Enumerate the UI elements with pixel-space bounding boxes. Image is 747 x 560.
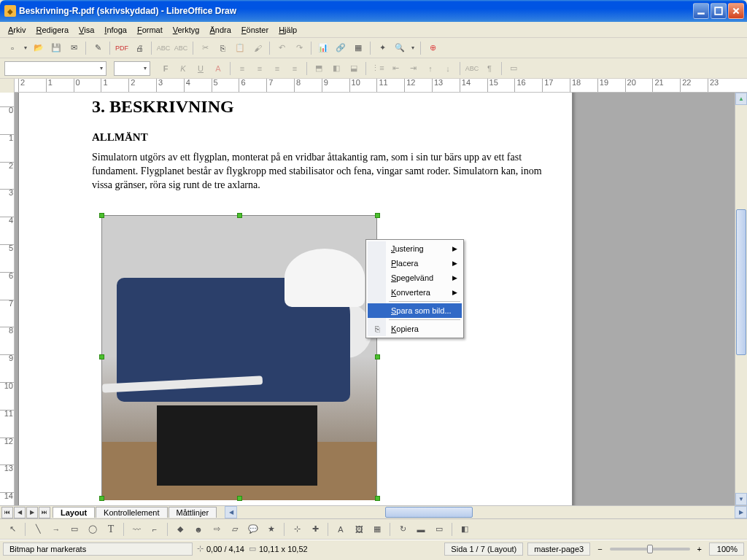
valign-middle-button[interactable]: ◧ bbox=[328, 61, 344, 77]
flowchart-tool[interactable]: ▱ bbox=[227, 521, 243, 537]
shapes-tool[interactable]: ◆ bbox=[172, 521, 188, 537]
promote-button[interactable]: ⇤ bbox=[387, 61, 403, 77]
scroll-left-button[interactable]: ◀ bbox=[225, 506, 237, 518]
font-color-button[interactable]: A bbox=[210, 61, 226, 77]
rect-tool[interactable]: ▭ bbox=[66, 521, 82, 537]
zoom-dropdown[interactable]: ▾ bbox=[409, 40, 417, 56]
vscroll-thumb[interactable] bbox=[736, 209, 746, 355]
gluepoints-tool[interactable]: ✚ bbox=[307, 521, 323, 537]
pointer-tool[interactable]: ↖ bbox=[4, 521, 20, 537]
last-page-button[interactable]: ⏭ bbox=[39, 507, 50, 518]
points-tool[interactable]: ⊹ bbox=[289, 521, 305, 537]
zoom-button[interactable]: 🔍 bbox=[392, 40, 408, 56]
handle-s[interactable] bbox=[237, 496, 242, 501]
handle-se[interactable] bbox=[375, 496, 380, 501]
italic-button[interactable]: K bbox=[175, 61, 191, 77]
arrows-tool[interactable]: ⇨ bbox=[209, 521, 225, 537]
handle-ne[interactable] bbox=[375, 213, 380, 218]
gallery-tool[interactable]: ▦ bbox=[369, 521, 385, 537]
cut-button[interactable]: ✂ bbox=[197, 40, 213, 56]
hscroll-thumb[interactable] bbox=[385, 507, 473, 518]
handle-e[interactable] bbox=[375, 354, 380, 359]
next-page-button[interactable]: ▶ bbox=[26, 507, 38, 518]
stack-button[interactable]: ▭ bbox=[506, 61, 522, 77]
scroll-up-button[interactable]: ▲ bbox=[735, 93, 747, 105]
ctx-justering[interactable]: Justering▶ bbox=[368, 241, 462, 256]
menu-ändra[interactable]: Ändra bbox=[204, 24, 236, 36]
open-button[interactable]: 📂 bbox=[31, 40, 47, 56]
tab-layout[interactable]: Layout bbox=[53, 507, 95, 518]
copy-button[interactable]: ⎘ bbox=[214, 40, 231, 56]
handle-n[interactable] bbox=[237, 213, 242, 218]
chart-button[interactable]: 📊 bbox=[315, 40, 331, 56]
ctx-spegelv-nd[interactable]: Spegelvänd▶ bbox=[368, 271, 462, 285]
minimize-button[interactable] bbox=[693, 3, 709, 19]
arrow-tool[interactable]: → bbox=[48, 521, 64, 537]
zoom-slider[interactable] bbox=[610, 548, 690, 551]
line-tool[interactable]: ╲ bbox=[30, 521, 46, 537]
ctx-spara-som-bild-[interactable]: Spara som bild... bbox=[368, 303, 462, 318]
ctx-konvertera[interactable]: Konvertera▶ bbox=[368, 285, 462, 300]
export-pdf-button[interactable]: PDF bbox=[114, 40, 130, 56]
arrange-tool[interactable]: ▭ bbox=[431, 521, 447, 537]
menu-format[interactable]: Format bbox=[132, 24, 168, 36]
paste-button[interactable]: 📋 bbox=[232, 40, 248, 56]
demote-button[interactable]: ⇥ bbox=[405, 61, 421, 77]
char-button[interactable]: ABC bbox=[464, 61, 480, 77]
menu-redigera[interactable]: Redigera bbox=[31, 24, 74, 36]
handle-sw[interactable] bbox=[99, 496, 104, 501]
navigator-button[interactable]: ✦ bbox=[374, 40, 390, 56]
table-button[interactable]: ▦ bbox=[350, 40, 366, 56]
movedown-button[interactable]: ↓ bbox=[440, 61, 456, 77]
curve-tool[interactable]: 〰 bbox=[128, 521, 144, 537]
print-button[interactable]: 🖨 bbox=[131, 40, 147, 56]
extrusion-tool[interactable]: ◧ bbox=[457, 521, 473, 537]
status-master[interactable]: master-page3 bbox=[527, 542, 590, 556]
tab-kontrollelement[interactable]: Kontrollelement bbox=[96, 507, 167, 518]
zoom-in-button[interactable]: + bbox=[694, 545, 705, 553]
connector-tool[interactable]: ⌐ bbox=[147, 521, 163, 537]
hyperlink-button[interactable]: 🔗 bbox=[333, 40, 349, 56]
zoom-out-button[interactable]: − bbox=[595, 545, 605, 553]
tab-måttlinjer[interactable]: Måttlinjer bbox=[169, 507, 217, 518]
bullets-button[interactable]: ⋮≡ bbox=[370, 61, 386, 77]
align-center-button[interactable]: ≡ bbox=[252, 61, 268, 77]
prev-page-button[interactable]: ◀ bbox=[14, 507, 26, 518]
save-button[interactable]: 💾 bbox=[48, 40, 64, 56]
fontwork-tool[interactable]: A bbox=[333, 521, 349, 537]
close-button[interactable] bbox=[728, 3, 744, 19]
font-size-combo[interactable]: ▾ bbox=[114, 61, 150, 76]
undo-button[interactable]: ↶ bbox=[274, 40, 290, 56]
first-page-button[interactable]: ⏮ bbox=[1, 507, 13, 518]
from-file-tool[interactable]: 🖼 bbox=[351, 521, 367, 537]
menu-verktyg[interactable]: Verktyg bbox=[168, 24, 205, 36]
new-dropdown[interactable]: ▾ bbox=[22, 40, 29, 56]
valign-top-button[interactable]: ⬒ bbox=[311, 61, 327, 77]
para-button[interactable]: ¶ bbox=[481, 61, 498, 77]
help-button[interactable]: ⊕ bbox=[425, 40, 441, 56]
maximize-button[interactable] bbox=[711, 3, 727, 19]
format-paint-button[interactable]: 🖌 bbox=[249, 40, 266, 56]
ctx-kopiera[interactable]: ⎘Kopiera bbox=[368, 322, 462, 336]
stars-tool[interactable]: ★ bbox=[263, 521, 279, 537]
menu-infoga[interactable]: Infoga bbox=[99, 24, 132, 36]
bold-button[interactable]: F bbox=[158, 61, 174, 77]
spellcheck-button[interactable]: ABC bbox=[155, 40, 171, 56]
align-tool[interactable]: ▬ bbox=[413, 521, 429, 537]
zoom-value[interactable]: 100% bbox=[709, 542, 744, 556]
menu-visa[interactable]: Visa bbox=[74, 24, 99, 36]
vertical-scrollbar[interactable]: ▲ ▼ bbox=[735, 93, 747, 505]
edit-button[interactable]: ✎ bbox=[90, 40, 106, 56]
align-justify-button[interactable]: ≡ bbox=[287, 61, 303, 77]
scroll-down-button[interactable]: ▼ bbox=[735, 493, 747, 505]
scroll-right-button[interactable]: ▶ bbox=[735, 506, 747, 518]
moveup-button[interactable]: ↑ bbox=[422, 61, 438, 77]
align-right-button[interactable]: ≡ bbox=[269, 61, 285, 77]
handle-w[interactable] bbox=[99, 354, 104, 359]
email-button[interactable]: ✉ bbox=[66, 40, 82, 56]
font-name-combo[interactable]: ▾ bbox=[4, 61, 107, 76]
align-left-button[interactable]: ≡ bbox=[234, 61, 250, 77]
menu-arkiv[interactable]: Arkiv bbox=[3, 24, 31, 36]
autospell-button[interactable]: ABC bbox=[173, 40, 189, 56]
ctx-placera[interactable]: Placera▶ bbox=[368, 256, 462, 271]
